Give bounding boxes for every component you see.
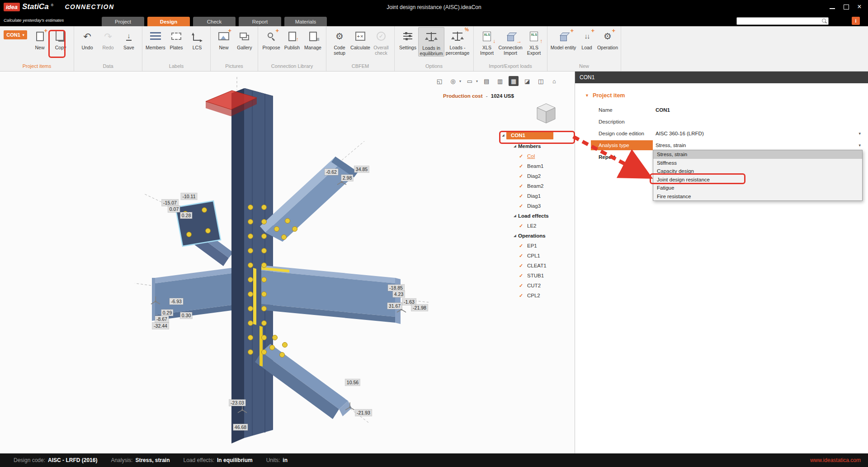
expander-icon[interactable]: ◢ <box>512 144 518 148</box>
tree-node-col[interactable]: ✓Col <box>498 151 575 161</box>
tree-group-members[interactable]: ◢Members <box>498 141 575 151</box>
tab-project[interactable]: Project <box>102 17 144 26</box>
expander-icon[interactable]: ◢ <box>512 234 518 238</box>
tree-node-diag1[interactable]: ✓Diag1 <box>498 191 575 201</box>
view-iso-1-button[interactable]: ▤ <box>481 76 491 86</box>
new-load-button[interactable]: + Load <box>576 27 597 50</box>
section-collapse-icon[interactable]: ▼ <box>585 93 589 98</box>
connection-import-button[interactable]: → Connection Import <box>497 27 524 56</box>
loads-in-equilibrium-toggle[interactable]: Loads in equilibrium <box>418 27 444 57</box>
tree-item-label[interactable]: EP1 <box>527 243 537 248</box>
copy-button[interactable]: Copy <box>50 27 71 50</box>
checkbox-checked-icon[interactable]: ✓ <box>519 263 527 269</box>
tree-node-ep1[interactable]: ✓EP1 <box>498 241 575 251</box>
name-field[interactable]: CON1 <box>653 105 863 115</box>
checkbox-checked-icon[interactable]: ✓ <box>519 293 527 299</box>
publish-button[interactable]: ↑ Publish <box>282 27 302 50</box>
tree-node-cpl1[interactable]: ✓CPL1 <box>498 251 575 261</box>
tab-check[interactable]: Check <box>193 17 236 26</box>
tree-item-label[interactable]: CPL2 <box>527 293 540 298</box>
tree-node-beam2[interactable]: ✓Beam2 <box>498 181 575 191</box>
xls-export-button[interactable]: ↑ XLS Export <box>524 27 544 56</box>
checkbox-checked-icon[interactable]: ✓ <box>519 273 527 279</box>
chevron-down-icon[interactable]: ▾ <box>23 33 24 37</box>
undo-button[interactable]: Undo <box>77 27 98 50</box>
tree-node-diag3[interactable]: ✓Diag3 <box>498 201 575 211</box>
new-project-item-button[interactable]: + New <box>29 27 50 50</box>
dropdown-option-stiffness[interactable]: Stiffness <box>653 159 862 167</box>
restore-icon[interactable] <box>843 4 849 10</box>
website-link[interactable]: www.ideastatica.com <box>810 457 861 463</box>
gallery-button[interactable]: Gallery <box>234 27 255 50</box>
lcs-button[interactable]: LCS <box>187 27 208 50</box>
tree-item-label[interactable]: Diag3 <box>527 203 541 209</box>
checkbox-checked-icon[interactable]: ✓ <box>519 203 527 209</box>
checkbox-checked-icon[interactable]: ✓ <box>519 223 527 229</box>
tab-report[interactable]: Report <box>239 17 281 26</box>
new-picture-button[interactable]: + New <box>213 27 234 50</box>
dropdown-option-capacity-design[interactable]: Capacity design <box>653 167 862 176</box>
tree-node-cut2[interactable]: ✓CUT2 <box>498 281 575 291</box>
checkbox-checked-icon[interactable]: ✓ <box>519 173 527 179</box>
design-code-select[interactable]: AISC 360-16 (LRFD) ▾ <box>653 129 863 138</box>
tree-node-le2[interactable]: ✓LE2 <box>498 221 575 231</box>
model-3d-view[interactable] <box>0 73 575 453</box>
tree-item-label[interactable]: LE2 <box>527 223 536 229</box>
members-labels-button[interactable]: Members <box>145 27 166 50</box>
loads-percentage-toggle[interactable]: % Loads - percentage <box>444 27 471 56</box>
beam-left[interactable] <box>152 268 231 321</box>
tree-item-label[interactable]: Beam2 <box>527 183 543 189</box>
navigation-cube[interactable] <box>532 100 561 127</box>
view-iso-2-button[interactable]: ▥ <box>495 76 505 86</box>
view-solid-button[interactable]: ▦ <box>509 76 519 86</box>
analysis-type-select[interactable]: Stress, strain ▾ <box>653 140 863 150</box>
tree-item-label[interactable]: CPL1 <box>527 253 540 258</box>
xls-import-button[interactable]: ↓ XLS Import <box>476 27 497 56</box>
minimize-icon[interactable] <box>829 4 835 10</box>
manage-button[interactable]: ≡ Manage <box>302 27 323 50</box>
dropdown-option-joint-design-resistance[interactable]: Joint design resistance <box>653 176 862 184</box>
checkbox-checked-icon[interactable]: ✓ <box>519 163 527 169</box>
tree-node-stub1[interactable]: ✓STUB1 <box>498 271 575 281</box>
tree-node-con1[interactable]: ◢CON1 <box>498 129 575 141</box>
tab-design[interactable]: Design <box>147 17 190 26</box>
search-icon[interactable] <box>822 19 826 23</box>
tree-item-label[interactable]: CLEAT1 <box>527 263 547 268</box>
tree-item-label[interactable]: STUB1 <box>527 273 544 278</box>
zoom-mode-caret-icon[interactable]: ▾ <box>459 79 461 83</box>
new-model-entity-button[interactable]: + Model entity <box>550 27 576 50</box>
zoom-mode-button[interactable]: ◎ <box>448 76 458 86</box>
checkbox-checked-icon[interactable]: ✓ <box>519 283 527 289</box>
beam-right[interactable] <box>261 265 401 324</box>
info-badge[interactable]: i <box>852 17 860 25</box>
expander-icon[interactable]: ◢ <box>500 133 506 137</box>
project-item-selector[interactable]: CON1 ▾ <box>4 30 27 39</box>
new-operation-button[interactable]: + Operation <box>597 27 618 50</box>
tree-item-label[interactable]: Diag2 <box>527 173 541 179</box>
fit-view-button[interactable]: ◱ <box>434 76 444 86</box>
dropdown-option-fire-resistance[interactable]: Fire resistance <box>653 192 862 201</box>
expander-icon[interactable]: ◢ <box>512 214 518 218</box>
tree-node-cleat1[interactable]: ✓CLEAT1 <box>498 261 575 271</box>
tree-node-beam1[interactable]: ✓Beam1 <box>498 161 575 171</box>
dropdown-option-fatigue[interactable]: Fatigue <box>653 184 862 192</box>
save-button[interactable]: Save <box>118 27 139 50</box>
selection-mode-button[interactable]: ▭ <box>465 76 475 86</box>
tree-node-cpl2[interactable]: ✓CPL2 <box>498 291 575 300</box>
tree-item-label[interactable]: Beam1 <box>527 163 543 169</box>
view-transparent-button[interactable]: ◪ <box>522 76 532 86</box>
close-icon[interactable]: × <box>856 4 863 10</box>
code-setup-button[interactable]: Code setup <box>329 27 350 56</box>
settings-button[interactable]: Settings <box>397 27 418 50</box>
checkbox-checked-icon[interactable]: ✓ <box>519 193 527 199</box>
tree-group-operations[interactable]: ◢Operations <box>498 231 575 241</box>
checkbox-checked-icon[interactable]: ✓ <box>519 253 527 259</box>
tree-root-label[interactable]: CON1 <box>506 131 553 139</box>
tree-item-label[interactable]: Diag1 <box>527 193 541 199</box>
tree-item-label[interactable]: Col <box>527 153 535 159</box>
chevron-down-icon[interactable]: ▾ <box>859 143 861 148</box>
chevron-down-icon[interactable]: ▾ <box>859 131 861 136</box>
tree-node-diag2[interactable]: ✓Diag2 <box>498 171 575 181</box>
plates-labels-button[interactable]: Plates <box>166 27 187 50</box>
view-wireframe-button[interactable]: ◫ <box>536 76 546 86</box>
